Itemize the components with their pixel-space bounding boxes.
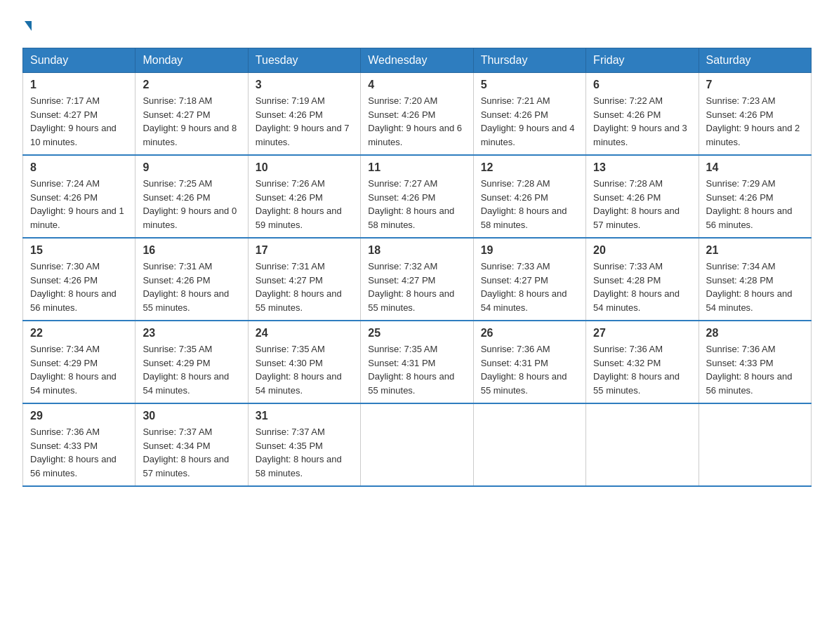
day-number: 24 bbox=[256, 327, 353, 340]
day-info: Sunrise: 7:18 AMSunset: 4:27 PMDaylight:… bbox=[143, 94, 240, 149]
col-friday: Friday bbox=[586, 48, 699, 73]
day-cell bbox=[586, 403, 699, 486]
day-cell: 2 Sunrise: 7:18 AMSunset: 4:27 PMDayligh… bbox=[135, 73, 248, 156]
day-cell: 31 Sunrise: 7:37 AMSunset: 4:35 PMDaylig… bbox=[248, 403, 360, 486]
day-cell: 30 Sunrise: 7:37 AMSunset: 4:34 PMDaylig… bbox=[135, 403, 248, 486]
day-number: 26 bbox=[481, 327, 578, 340]
week-row-5: 29 Sunrise: 7:36 AMSunset: 4:33 PMDaylig… bbox=[23, 403, 812, 486]
day-number: 9 bbox=[143, 161, 240, 174]
day-info: Sunrise: 7:21 AMSunset: 4:26 PMDaylight:… bbox=[481, 94, 578, 149]
day-cell: 6 Sunrise: 7:22 AMSunset: 4:26 PMDayligh… bbox=[586, 73, 699, 156]
day-number: 1 bbox=[30, 79, 128, 91]
day-info: Sunrise: 7:36 AMSunset: 4:33 PMDaylight:… bbox=[706, 342, 804, 397]
day-cell: 28 Sunrise: 7:36 AMSunset: 4:33 PMDaylig… bbox=[699, 321, 811, 403]
col-tuesday: Tuesday bbox=[248, 48, 360, 73]
day-info: Sunrise: 7:26 AMSunset: 4:26 PMDaylight:… bbox=[256, 177, 353, 232]
day-cell: 14 Sunrise: 7:29 AMSunset: 4:26 PMDaylig… bbox=[699, 155, 811, 238]
day-cell: 11 Sunrise: 7:27 AMSunset: 4:26 PMDaylig… bbox=[361, 155, 473, 238]
day-cell: 1 Sunrise: 7:17 AMSunset: 4:27 PMDayligh… bbox=[23, 73, 135, 156]
week-row-3: 15 Sunrise: 7:30 AMSunset: 4:26 PMDaylig… bbox=[23, 238, 812, 321]
col-thursday: Thursday bbox=[473, 48, 585, 73]
day-info: Sunrise: 7:37 AMSunset: 4:35 PMDaylight:… bbox=[256, 425, 353, 480]
day-cell bbox=[699, 403, 811, 486]
day-cell bbox=[361, 403, 473, 486]
day-info: Sunrise: 7:31 AMSunset: 4:27 PMDaylight:… bbox=[256, 260, 353, 314]
logo-general-line bbox=[22, 17, 32, 34]
day-cell: 12 Sunrise: 7:28 AMSunset: 4:26 PMDaylig… bbox=[473, 155, 585, 238]
day-info: Sunrise: 7:35 AMSunset: 4:31 PMDaylight:… bbox=[368, 342, 465, 397]
day-number: 10 bbox=[256, 161, 353, 174]
day-cell: 8 Sunrise: 7:24 AMSunset: 4:26 PMDayligh… bbox=[23, 155, 135, 238]
day-number: 6 bbox=[593, 79, 691, 91]
calendar-body: 1 Sunrise: 7:17 AMSunset: 4:27 PMDayligh… bbox=[23, 73, 812, 487]
week-row-2: 8 Sunrise: 7:24 AMSunset: 4:26 PMDayligh… bbox=[23, 155, 812, 238]
day-number: 22 bbox=[30, 327, 128, 340]
day-info: Sunrise: 7:35 AMSunset: 4:29 PMDaylight:… bbox=[143, 342, 240, 397]
logo bbox=[22, 17, 32, 34]
day-cell: 16 Sunrise: 7:31 AMSunset: 4:26 PMDaylig… bbox=[135, 238, 248, 321]
day-number: 5 bbox=[481, 79, 578, 91]
day-cell: 27 Sunrise: 7:36 AMSunset: 4:32 PMDaylig… bbox=[586, 321, 699, 403]
day-info: Sunrise: 7:36 AMSunset: 4:31 PMDaylight:… bbox=[481, 342, 578, 397]
day-info: Sunrise: 7:19 AMSunset: 4:26 PMDaylight:… bbox=[256, 94, 353, 149]
day-cell: 20 Sunrise: 7:33 AMSunset: 4:28 PMDaylig… bbox=[586, 238, 699, 321]
day-info: Sunrise: 7:34 AMSunset: 4:29 PMDaylight:… bbox=[30, 342, 128, 397]
day-cell: 5 Sunrise: 7:21 AMSunset: 4:26 PMDayligh… bbox=[473, 73, 585, 156]
day-number: 28 bbox=[706, 327, 804, 340]
day-number: 11 bbox=[368, 161, 465, 174]
day-info: Sunrise: 7:28 AMSunset: 4:26 PMDaylight:… bbox=[481, 177, 578, 232]
day-info: Sunrise: 7:24 AMSunset: 4:26 PMDaylight:… bbox=[30, 177, 128, 232]
day-info: Sunrise: 7:17 AMSunset: 4:27 PMDaylight:… bbox=[30, 94, 128, 149]
day-info: Sunrise: 7:20 AMSunset: 4:26 PMDaylight:… bbox=[368, 94, 465, 149]
calendar-header-row: Sunday Monday Tuesday Wednesday Thursday… bbox=[23, 48, 812, 73]
day-cell: 17 Sunrise: 7:31 AMSunset: 4:27 PMDaylig… bbox=[248, 238, 360, 321]
day-number: 3 bbox=[256, 79, 353, 91]
day-number: 4 bbox=[368, 79, 465, 91]
day-number: 17 bbox=[256, 244, 353, 257]
day-info: Sunrise: 7:32 AMSunset: 4:27 PMDaylight:… bbox=[368, 260, 465, 314]
day-number: 8 bbox=[30, 161, 128, 174]
day-number: 12 bbox=[481, 161, 578, 174]
day-cell: 3 Sunrise: 7:19 AMSunset: 4:26 PMDayligh… bbox=[248, 73, 360, 156]
day-number: 20 bbox=[593, 244, 691, 257]
col-saturday: Saturday bbox=[699, 48, 811, 73]
day-info: Sunrise: 7:36 AMSunset: 4:32 PMDaylight:… bbox=[593, 342, 691, 397]
day-cell: 24 Sunrise: 7:35 AMSunset: 4:30 PMDaylig… bbox=[248, 321, 360, 403]
day-info: Sunrise: 7:31 AMSunset: 4:26 PMDaylight:… bbox=[143, 260, 240, 314]
day-number: 19 bbox=[481, 244, 578, 257]
day-cell: 15 Sunrise: 7:30 AMSunset: 4:26 PMDaylig… bbox=[23, 238, 135, 321]
day-info: Sunrise: 7:22 AMSunset: 4:26 PMDaylight:… bbox=[593, 94, 691, 149]
day-info: Sunrise: 7:30 AMSunset: 4:26 PMDaylight:… bbox=[30, 260, 128, 314]
day-cell: 9 Sunrise: 7:25 AMSunset: 4:26 PMDayligh… bbox=[135, 155, 248, 238]
day-info: Sunrise: 7:23 AMSunset: 4:26 PMDaylight:… bbox=[706, 94, 804, 149]
day-number: 15 bbox=[30, 244, 128, 257]
page-header bbox=[22, 17, 812, 34]
day-number: 16 bbox=[143, 244, 240, 257]
day-number: 18 bbox=[368, 244, 465, 257]
day-cell: 18 Sunrise: 7:32 AMSunset: 4:27 PMDaylig… bbox=[361, 238, 473, 321]
day-number: 29 bbox=[30, 410, 128, 422]
day-number: 14 bbox=[706, 161, 804, 174]
day-info: Sunrise: 7:36 AMSunset: 4:33 PMDaylight:… bbox=[30, 425, 128, 480]
day-info: Sunrise: 7:33 AMSunset: 4:28 PMDaylight:… bbox=[593, 260, 691, 314]
day-info: Sunrise: 7:35 AMSunset: 4:30 PMDaylight:… bbox=[256, 342, 353, 397]
col-monday: Monday bbox=[135, 48, 248, 73]
day-info: Sunrise: 7:29 AMSunset: 4:26 PMDaylight:… bbox=[706, 177, 804, 232]
day-cell: 29 Sunrise: 7:36 AMSunset: 4:33 PMDaylig… bbox=[23, 403, 135, 486]
calendar-table: Sunday Monday Tuesday Wednesday Thursday… bbox=[22, 48, 812, 487]
day-cell: 13 Sunrise: 7:28 AMSunset: 4:26 PMDaylig… bbox=[586, 155, 699, 238]
day-number: 25 bbox=[368, 327, 465, 340]
day-number: 27 bbox=[593, 327, 691, 340]
day-info: Sunrise: 7:28 AMSunset: 4:26 PMDaylight:… bbox=[593, 177, 691, 232]
week-row-4: 22 Sunrise: 7:34 AMSunset: 4:29 PMDaylig… bbox=[23, 321, 812, 403]
day-info: Sunrise: 7:27 AMSunset: 4:26 PMDaylight:… bbox=[368, 177, 465, 232]
col-sunday: Sunday bbox=[23, 48, 135, 73]
day-cell: 4 Sunrise: 7:20 AMSunset: 4:26 PMDayligh… bbox=[361, 73, 473, 156]
day-info: Sunrise: 7:34 AMSunset: 4:28 PMDaylight:… bbox=[706, 260, 804, 314]
day-cell bbox=[473, 403, 585, 486]
day-cell: 23 Sunrise: 7:35 AMSunset: 4:29 PMDaylig… bbox=[135, 321, 248, 403]
day-cell: 10 Sunrise: 7:26 AMSunset: 4:26 PMDaylig… bbox=[248, 155, 360, 238]
logo-triangle-icon bbox=[25, 21, 32, 31]
day-number: 30 bbox=[143, 410, 240, 422]
week-row-1: 1 Sunrise: 7:17 AMSunset: 4:27 PMDayligh… bbox=[23, 73, 812, 156]
